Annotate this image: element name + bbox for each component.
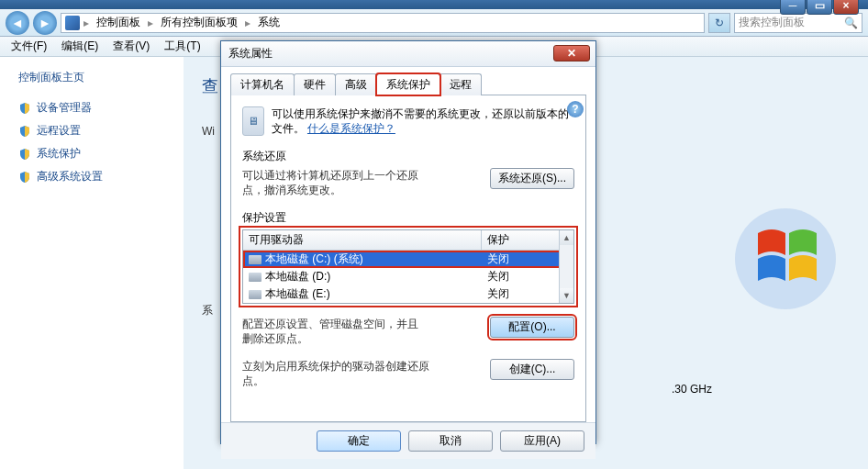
breadcrumb-item[interactable]: 系统 [254,15,284,30]
col-drive: 可用驱动器 [243,230,482,250]
cancel-button[interactable]: 取消 [408,430,493,452]
dialog-close-button[interactable]: ✕ [553,45,590,61]
help-icon[interactable]: ? [567,101,584,117]
chevron-right-icon: ▸ [148,17,153,29]
disk-icon [249,273,262,282]
system-properties-dialog: 系统属性 ✕ 计算机名 硬件 高级 系统保护 远程 ? 🖥 可以使用系统保护来撤… [220,40,596,444]
minimize-button[interactable]: ─ [780,0,806,15]
tab-hardware[interactable]: 硬件 [294,73,336,95]
configure-text: 配置还原设置、管理磁盘空间，并且删除还原点。 [242,317,426,346]
chevron-right-icon: ▸ [245,17,250,29]
close-button[interactable]: × [833,0,859,15]
sidebar-item-label: 系统保护 [37,146,81,162]
breadcrumb-item[interactable]: 所有控制面板项 [157,15,241,30]
sidebar-item-remote-settings[interactable]: 远程设置 [9,119,174,142]
create-restore-point-text: 立刻为启用系统保护的驱动器创建还原点。 [242,359,444,388]
system-protection-icon: 🖥 [242,106,264,136]
system-restore-button[interactable]: 系统还原(S)... [490,168,574,189]
scroll-up-icon[interactable]: ▲ [560,230,573,245]
window-titlebar: ─ ▭ × [0,0,868,9]
menu-file[interactable]: 文件(F) [4,37,54,56]
refresh-button[interactable]: ↻ [708,13,730,33]
sidebar-item-label: 高级系统设置 [37,169,103,184]
cpu-speed-text: .30 GHz [672,383,712,396]
chevron-right-icon: ▸ [83,17,89,29]
explorer-navbar: ◄ ► ▸ 控制面板 ▸ 所有控制面板项 ▸ 系统 ↻ 搜索控制面板 🔍 [0,9,868,37]
system-restore-heading: 系统还原 [242,149,574,164]
sidebar-item-system-protection[interactable]: 系统保护 [9,142,174,165]
scrollbar[interactable]: ▲ ▼ [559,230,573,303]
drive-list-header: 可用驱动器 保护 [243,230,573,251]
sidebar: 控制面板主页 设备管理器 远程设置 系统保护 高级系统设置 [0,57,184,469]
forward-button[interactable]: ► [33,11,57,35]
drive-list[interactable]: 可用驱动器 保护 本地磁盘 (C:) (系统) 关闭 本地磁盘 (D:) 关闭 … [242,229,574,304]
what-is-system-protection-link[interactable]: 什么是系统保护？ [307,122,395,135]
menu-view[interactable]: 查看(V) [106,37,157,56]
tab-remote[interactable]: 远程 [440,73,482,95]
configure-button[interactable]: 配置(O)... [490,317,574,338]
tab-advanced[interactable]: 高级 [335,73,377,95]
dialog-titlebar[interactable]: 系统属性 ✕ [221,41,595,67]
tab-page: ? 🖥 可以使用系统保护来撤消不需要的系统更改，还原以前版本的文件。 什么是系统… [230,95,586,422]
drive-row-d[interactable]: 本地磁盘 (D:) 关闭 [243,268,573,285]
search-input[interactable]: 搜索控制面板 🔍 [734,13,862,33]
address-bar[interactable]: ▸ 控制面板 ▸ 所有控制面板项 ▸ 系统 [61,13,705,33]
disk-icon [249,255,262,264]
create-button[interactable]: 创建(C)... [490,359,574,380]
system-restore-text: 可以通过将计算机还原到上一个还原点，撤消系统更改。 [242,168,426,197]
menu-tools[interactable]: 工具(T) [157,37,207,56]
drive-name: 本地磁盘 (E:) [265,286,330,302]
menu-edit[interactable]: 编辑(E) [54,37,106,56]
shield-icon [18,148,31,161]
shield-icon [18,102,31,115]
ok-button[interactable]: 确定 [317,430,401,452]
search-placeholder: 搜索控制面板 [739,15,805,30]
dialog-title: 系统属性 [228,46,273,61]
back-button[interactable]: ◄ [6,11,29,35]
control-panel-icon [65,16,80,30]
disk-icon [249,290,262,299]
sidebar-home-link[interactable]: 控制面板主页 [9,70,174,85]
maximize-button[interactable]: ▭ [807,0,832,15]
dialog-footer: 确定 取消 应用(A) [221,422,595,459]
tab-computer-name[interactable]: 计算机名 [230,73,295,95]
scroll-down-icon[interactable]: ▼ [560,288,573,303]
intro-text: 可以使用系统保护来撤消不需要的系统更改，还原以前版本的文件。 什么是系统保护？ [272,106,574,136]
breadcrumb-item[interactable]: 控制面板 [93,15,144,30]
search-icon: 🔍 [844,17,858,29]
drive-row-c[interactable]: 本地磁盘 (C:) (系统) 关闭 [243,251,573,268]
sidebar-item-label: 设备管理器 [37,100,92,116]
dialog-tabs: 计算机名 硬件 高级 系统保护 远程 [230,73,586,95]
sidebar-item-label: 远程设置 [37,123,81,139]
tab-system-protection[interactable]: 系统保护 [376,73,440,95]
sidebar-item-advanced-settings[interactable]: 高级系统设置 [9,165,174,188]
windows-logo-icon [730,204,840,314]
drive-name: 本地磁盘 (C:) (系统) [265,251,363,267]
protection-settings-heading: 保护设置 [242,210,574,226]
shield-icon [18,171,31,184]
drive-row-e[interactable]: 本地磁盘 (E:) 关闭 [243,285,573,303]
drive-name: 本地磁盘 (D:) [265,269,330,285]
shield-icon [18,125,31,138]
sidebar-item-device-manager[interactable]: 设备管理器 [9,96,174,119]
apply-button[interactable]: 应用(A) [500,430,584,452]
